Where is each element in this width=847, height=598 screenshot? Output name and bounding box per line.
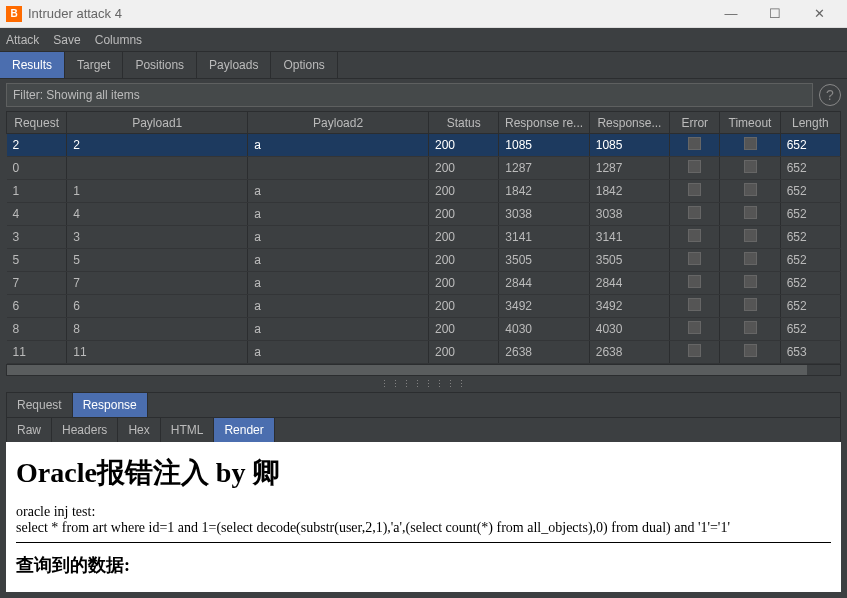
table-header-row: Request Payload1 Payload2 Status Respons… bbox=[7, 112, 841, 134]
viewtab-headers[interactable]: Headers bbox=[52, 418, 118, 442]
cell-payload1: 5 bbox=[67, 249, 248, 272]
cell-payload2: a bbox=[248, 134, 429, 157]
error-checkbox[interactable] bbox=[688, 160, 701, 173]
close-button[interactable]: ✕ bbox=[797, 6, 841, 21]
timeout-checkbox[interactable] bbox=[744, 160, 757, 173]
cell-response-received: 3141 bbox=[499, 226, 589, 249]
tab-options[interactable]: Options bbox=[271, 52, 337, 78]
timeout-checkbox[interactable] bbox=[744, 275, 757, 288]
viewtab-html[interactable]: HTML bbox=[161, 418, 215, 442]
table-row[interactable]: 11a20018421842652 bbox=[7, 180, 841, 203]
filter-input[interactable]: Filter: Showing all items bbox=[6, 83, 813, 107]
pane-resize-grip[interactable]: ⋮⋮⋮⋮⋮⋮⋮⋮ bbox=[0, 379, 847, 389]
render-heading: Oracle报错注入 by 卿 bbox=[16, 454, 831, 492]
cell-request: 2 bbox=[7, 134, 67, 157]
cell-timeout bbox=[720, 134, 780, 157]
timeout-checkbox[interactable] bbox=[744, 137, 757, 150]
col-error[interactable]: Error bbox=[670, 112, 720, 134]
menu-attack[interactable]: Attack bbox=[6, 33, 39, 47]
col-response[interactable]: Response... bbox=[589, 112, 669, 134]
table-row[interactable]: 33a20031413141652 bbox=[7, 226, 841, 249]
timeout-checkbox[interactable] bbox=[744, 252, 757, 265]
timeout-checkbox[interactable] bbox=[744, 298, 757, 311]
cell-length: 652 bbox=[780, 226, 840, 249]
tab-request[interactable]: Request bbox=[7, 393, 73, 417]
viewtab-raw[interactable]: Raw bbox=[7, 418, 52, 442]
col-response-received[interactable]: Response re... bbox=[499, 112, 589, 134]
cell-request: 0 bbox=[7, 157, 67, 180]
cell-error bbox=[670, 226, 720, 249]
cell-response-received: 3505 bbox=[499, 249, 589, 272]
timeout-checkbox[interactable] bbox=[744, 229, 757, 242]
table-row[interactable]: 66a20034923492652 bbox=[7, 295, 841, 318]
cell-response: 3492 bbox=[589, 295, 669, 318]
cell-status: 200 bbox=[429, 157, 499, 180]
timeout-checkbox[interactable] bbox=[744, 321, 757, 334]
cell-length: 653 bbox=[780, 341, 840, 364]
error-checkbox[interactable] bbox=[688, 183, 701, 196]
cell-payload2: a bbox=[248, 226, 429, 249]
table-row[interactable]: 44a20030383038652 bbox=[7, 203, 841, 226]
timeout-checkbox[interactable] bbox=[744, 183, 757, 196]
minimize-button[interactable]: — bbox=[709, 6, 753, 21]
cell-error bbox=[670, 249, 720, 272]
cell-timeout bbox=[720, 157, 780, 180]
cell-request: 7 bbox=[7, 272, 67, 295]
col-payload2[interactable]: Payload2 bbox=[248, 112, 429, 134]
table-row[interactable]: 22a20010851085652 bbox=[7, 134, 841, 157]
cell-response-received: 2844 bbox=[499, 272, 589, 295]
col-payload1[interactable]: Payload1 bbox=[67, 112, 248, 134]
cell-response: 3505 bbox=[589, 249, 669, 272]
cell-response: 2638 bbox=[589, 341, 669, 364]
cell-response: 3038 bbox=[589, 203, 669, 226]
timeout-checkbox[interactable] bbox=[744, 344, 757, 357]
cell-status: 200 bbox=[429, 134, 499, 157]
col-status[interactable]: Status bbox=[429, 112, 499, 134]
cell-length: 652 bbox=[780, 134, 840, 157]
cell-length: 652 bbox=[780, 203, 840, 226]
error-checkbox[interactable] bbox=[688, 137, 701, 150]
cell-status: 200 bbox=[429, 295, 499, 318]
request-response-tabs: Request Response bbox=[6, 392, 841, 418]
error-checkbox[interactable] bbox=[688, 252, 701, 265]
horizontal-scrollbar[interactable] bbox=[6, 364, 841, 376]
tab-results[interactable]: Results bbox=[0, 52, 65, 78]
cell-length: 652 bbox=[780, 295, 840, 318]
menu-columns[interactable]: Columns bbox=[95, 33, 142, 47]
cell-payload2: a bbox=[248, 295, 429, 318]
cell-status: 200 bbox=[429, 341, 499, 364]
table-row[interactable]: 77a20028442844652 bbox=[7, 272, 841, 295]
table-row[interactable]: 55a20035053505652 bbox=[7, 249, 841, 272]
tab-response[interactable]: Response bbox=[73, 393, 148, 417]
error-checkbox[interactable] bbox=[688, 275, 701, 288]
menu-save[interactable]: Save bbox=[53, 33, 80, 47]
col-length[interactable]: Length bbox=[780, 112, 840, 134]
cell-request: 3 bbox=[7, 226, 67, 249]
col-request[interactable]: Request bbox=[7, 112, 67, 134]
col-timeout[interactable]: Timeout bbox=[720, 112, 780, 134]
viewtab-hex[interactable]: Hex bbox=[118, 418, 160, 442]
error-checkbox[interactable] bbox=[688, 344, 701, 357]
tab-target[interactable]: Target bbox=[65, 52, 123, 78]
tab-payloads[interactable]: Payloads bbox=[197, 52, 271, 78]
table-row[interactable]: 020012871287652 bbox=[7, 157, 841, 180]
table-row[interactable]: 88a20040304030652 bbox=[7, 318, 841, 341]
app-logo-icon: B bbox=[6, 6, 22, 22]
results-table: Request Payload1 Payload2 Status Respons… bbox=[6, 111, 841, 364]
titlebar: B Intruder attack 4 — ☐ ✕ bbox=[0, 0, 847, 28]
cell-payload1 bbox=[67, 157, 248, 180]
error-checkbox[interactable] bbox=[688, 229, 701, 242]
timeout-checkbox[interactable] bbox=[744, 206, 757, 219]
render-text-line2: select * from art where id=1 and 1=(sele… bbox=[16, 520, 831, 536]
error-checkbox[interactable] bbox=[688, 321, 701, 334]
help-icon[interactable]: ? bbox=[819, 84, 841, 106]
render-text-line1: oracle inj test: bbox=[16, 504, 831, 520]
viewtab-render[interactable]: Render bbox=[214, 418, 274, 442]
maximize-button[interactable]: ☐ bbox=[753, 6, 797, 21]
table-row[interactable]: 1111a20026382638653 bbox=[7, 341, 841, 364]
view-tabs: Raw Headers Hex HTML Render bbox=[6, 418, 841, 442]
cell-timeout bbox=[720, 249, 780, 272]
tab-positions[interactable]: Positions bbox=[123, 52, 197, 78]
error-checkbox[interactable] bbox=[688, 206, 701, 219]
error-checkbox[interactable] bbox=[688, 298, 701, 311]
